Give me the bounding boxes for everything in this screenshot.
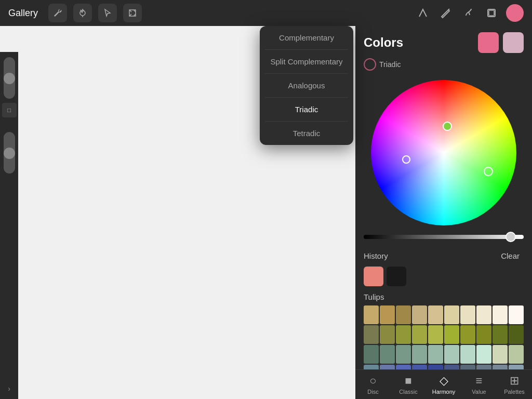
color-wheel[interactable] (371, 80, 516, 225)
palette-swatch[interactable] (444, 305, 459, 324)
harmony-tab-label: Harmony (432, 389, 456, 395)
palette-swatch[interactable] (509, 325, 524, 344)
palette-swatch[interactable] (428, 325, 443, 344)
palette-swatch[interactable] (509, 345, 524, 364)
top-bar: Gallery (0, 0, 532, 26)
adjustments-icon[interactable] (73, 4, 92, 22)
palette-swatch[interactable] (364, 365, 379, 369)
palette-grid (364, 305, 524, 369)
palette-swatch[interactable] (380, 325, 395, 344)
smudge-tool-icon[interactable] (460, 5, 477, 21)
selection-icon[interactable] (98, 4, 117, 22)
palette-swatch[interactable] (380, 365, 395, 369)
dropdown-item-split-complementary[interactable]: Split Complementary (260, 50, 353, 73)
colors-header: Colors (355, 26, 532, 57)
harmony-tab[interactable]: ◇ Harmony (426, 370, 461, 399)
disc-tab-icon: ○ (369, 375, 376, 387)
dropdown-item-triadic[interactable]: Triadic (260, 98, 353, 121)
history-swatches (364, 267, 524, 286)
bottom-tabs: ○ Disc ■ Classic ◇ Harmony ≡ Value ⊞ Pal… (355, 369, 532, 399)
palette-swatch[interactable] (428, 365, 443, 369)
value-tab[interactable]: ≡ Value (461, 370, 497, 399)
color-circle[interactable] (506, 4, 524, 22)
history-section: History Clear (355, 245, 532, 288)
palette-swatch[interactable] (412, 305, 427, 324)
palette-swatch[interactable] (476, 305, 491, 324)
palette-swatch[interactable] (493, 305, 508, 324)
harmony-tab-icon: ◇ (440, 375, 448, 387)
history-header: History Clear (364, 249, 524, 262)
palette-swatch[interactable] (460, 345, 475, 364)
brightness-slider-container[interactable] (355, 231, 532, 245)
color-wheel-container[interactable] (355, 75, 532, 231)
secondary-swatch[interactable] (503, 32, 524, 53)
palette-swatch[interactable] (412, 365, 427, 369)
palette-swatch[interactable] (476, 365, 491, 369)
palette-swatch[interactable] (444, 365, 459, 369)
wrench-icon[interactable] (48, 4, 67, 22)
palette-swatch[interactable] (460, 305, 475, 324)
svg-rect-4 (489, 10, 494, 16)
history-swatch-salmon[interactable] (364, 267, 383, 286)
palette-swatch[interactable] (364, 345, 379, 364)
palette-swatch[interactable] (444, 325, 459, 344)
dropdown-item-tetradic[interactable]: Tetradic (260, 122, 353, 145)
palette-swatch[interactable] (396, 345, 411, 364)
palette-swatch[interactable] (493, 345, 508, 364)
green-dot[interactable] (443, 122, 452, 131)
top-right-icons (415, 4, 524, 22)
colors-title: Colors (364, 35, 403, 50)
palette-swatch[interactable] (380, 305, 395, 324)
palette-swatch[interactable] (380, 345, 395, 364)
palette-swatch[interactable] (509, 305, 524, 324)
palettes-tab-label: Palettes (504, 389, 525, 395)
harmony-dropdown: Complementary Split Complementary Analog… (260, 26, 353, 145)
palette-swatch[interactable] (428, 345, 443, 364)
harmony-label-row: Triadic (355, 57, 532, 75)
palette-swatch[interactable] (460, 325, 475, 344)
disc-tab-label: Disc (367, 389, 378, 395)
harmony-ring-icon (364, 58, 376, 71)
classic-tab-label: Classic (399, 389, 417, 395)
gallery-button[interactable]: Gallery (8, 8, 38, 19)
eraser-tool-icon[interactable] (437, 5, 454, 21)
palette-swatch[interactable] (493, 325, 508, 344)
palette-swatch[interactable] (364, 325, 379, 344)
palette-label: Tulips (364, 292, 524, 301)
clear-button[interactable]: Clear (497, 249, 524, 262)
palette-swatch[interactable] (412, 325, 427, 344)
palette-swatch[interactable] (364, 305, 379, 324)
palette-swatch[interactable] (493, 365, 508, 369)
classic-tab[interactable]: ■ Classic (391, 370, 426, 399)
pen-tool-icon[interactable] (415, 5, 431, 21)
dropdown-item-analogous[interactable]: Analogous (260, 74, 353, 97)
palette-swatch[interactable] (412, 345, 427, 364)
palette-swatch[interactable] (509, 365, 524, 369)
disc-tab[interactable]: ○ Disc (355, 370, 391, 399)
palette-swatch[interactable] (396, 305, 411, 324)
header-swatches (478, 32, 524, 53)
palette-swatch[interactable] (476, 325, 491, 344)
primary-swatch[interactable] (478, 32, 499, 53)
palettes-tab[interactable]: ⊞ Palettes (497, 370, 532, 399)
palette-swatch[interactable] (396, 325, 411, 344)
history-swatch-black[interactable] (387, 267, 406, 286)
palette-section: Tulips (355, 288, 532, 369)
history-label: History (364, 251, 388, 260)
palette-swatch[interactable] (460, 365, 475, 369)
top-icons (48, 4, 142, 22)
palette-swatch[interactable] (444, 345, 459, 364)
transform-icon[interactable] (123, 4, 142, 22)
brightness-track[interactable] (364, 235, 524, 239)
colors-panel: Colors Triadic History Clear (355, 26, 532, 399)
blue-dot[interactable] (402, 155, 410, 164)
harmony-mode-label[interactable]: Triadic (379, 60, 401, 69)
brightness-thumb[interactable] (506, 232, 516, 242)
palette-swatch[interactable] (428, 305, 443, 324)
pink-dot[interactable] (484, 167, 493, 176)
layers-icon[interactable] (483, 5, 500, 21)
value-tab-label: Value (472, 389, 486, 395)
dropdown-item-complementary[interactable]: Complementary (260, 26, 353, 49)
palette-swatch[interactable] (396, 365, 411, 369)
palette-swatch[interactable] (476, 345, 491, 364)
